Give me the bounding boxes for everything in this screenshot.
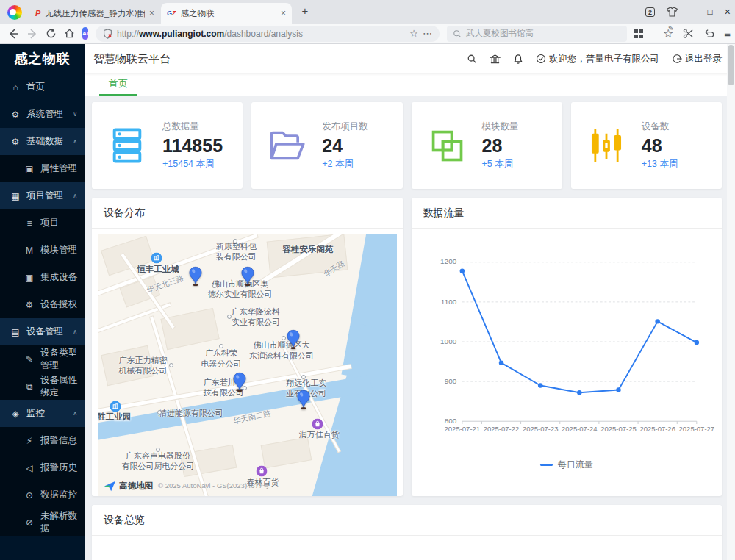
ai-assistant-icon[interactable]: AI [82,27,88,40]
menu-icon[interactable]: ≡ [724,27,731,40]
map-poi-dot [233,239,237,243]
map-poi-label: 恒丰工业城 [137,264,179,275]
map-pin[interactable] [233,372,247,392]
maximize-button[interactable]: □ [708,7,713,16]
sidebar-item-module-management[interactable]: M模块管理 [0,237,85,264]
tab-count-badge[interactable]: 2 [645,7,655,17]
map-poi-label: 佛山市顺德区大 东润涂料有限公司 [249,340,314,361]
sidebar-item-device-attribute-binding[interactable]: ⧉设备属性绑定 [0,373,85,400]
device-map[interactable]: 新康塑料包 装有限公司容桂安乐阁苑恒丰工业城佛山市顺德区奥 德尔实业有限公司广东… [98,234,397,496]
page-title: 智慧物联云平台 [93,52,171,66]
tab-close-icon[interactable]: × [281,8,286,18]
url-text[interactable]: http://www.puliangiot.com/dashboard/anal… [117,29,405,39]
address-bar[interactable]: http://www.puliangiot.com/dashboard/anal… [96,26,440,42]
new-tab-button[interactable]: + [296,3,314,21]
sidebar-item-device-type-management[interactable]: ✎设备类型管理 [0,345,85,373]
project-icon: ≡ [24,218,35,229]
browser-tab-ganzhi-iot[interactable]: GZ感之物联× [161,3,292,24]
chevron-up-icon: ∧ [73,329,77,335]
scrollbar-thumb[interactable] [728,45,734,85]
sidebar-item-unparsed-data[interactable]: ⊘未解析数据 [0,509,85,536]
browser-tab-sensor-page[interactable]: P无线压力传感器_静力水准仪_× [29,3,160,24]
toolbar-separator [653,29,653,39]
logout-button[interactable]: 退出登录 [672,53,722,65]
tab-home[interactable]: 首页 [99,73,137,96]
map-attribution-bar: 高德地图© 2025 AutoNavi - GS(2023)4677号 [104,481,270,492]
svg-text:2025-07-26: 2025-07-26 [639,425,675,433]
chevron-up-icon: ∧ [73,138,77,145]
organization-bank-icon[interactable] [490,54,501,65]
map-poi-label: 胜工业园 [98,411,131,422]
favorites-edit-icon[interactable]: ☆✎ [663,26,673,40]
chart-legend[interactable]: 每日流量 [417,452,717,477]
reload-button[interactable] [46,28,57,39]
minimize-button[interactable]: ─ [689,7,696,16]
back-button[interactable] [7,28,19,40]
map-pin[interactable] [297,390,311,410]
chevron-up-icon: ∧ [73,193,77,199]
sidebar: 感之物联 ⌂首页⚙系统管理∨⚙基础数据∧▣属性管理▦项目管理∧≡项目M模块管理▣… [0,44,85,560]
site-security-shield-icon[interactable] [103,29,112,39]
theme-shirt-icon[interactable] [667,7,678,17]
map-block [161,308,220,350]
welcome-text: 欢迎您，普量电子有限公司 [549,53,659,65]
sidebar-item-project[interactable]: ≡项目 [0,209,85,237]
map-poi-dot [219,344,223,348]
sidebar-item-data-monitoring[interactable]: ⊙数据监控 [0,481,85,509]
sidebar-item-device-authorization[interactable]: ⚙设备授权 [0,291,85,318]
more-url-actions-icon[interactable]: ⋯ [423,28,432,39]
apps-grid-icon[interactable] [634,29,643,38]
map-poi-dot [227,315,232,319]
tab-close-icon[interactable]: × [149,8,154,18]
device-overview-title: 设备总览 [92,505,722,536]
close-button[interactable]: × [725,7,731,17]
project-management-icon: ▦ [10,191,21,201]
stat-card-published-projects: 发布项目数24+2 本周 [251,102,402,189]
sidebar-item-attribute-management[interactable]: ▣属性管理 [0,155,85,182]
data-flow-panel: 数据流量 8009001000110012002025-07-212025-07… [412,198,723,496]
svg-text:1200: 1200 [440,257,457,265]
data-flow-title: 数据流量 [412,198,723,229]
sidebar-item-alarm-history[interactable]: ◁报警历史 [0,454,85,481]
map-poi-label: 广东正力精密 机械有限公司 [118,354,167,376]
screenshot-scissors-icon[interactable] [683,28,694,39]
sidebar-item-integrated-device[interactable]: ▣集成设备 [0,264,85,291]
home-button[interactable] [64,28,75,39]
sidebar-item-base-data[interactable]: ⚙基础数据∧ [0,128,85,155]
app-logo: 感之物联 [0,44,85,73]
page-tab-bar: 首页 [85,73,735,96]
sidebar-item-alarm-info[interactable]: ⚡报警信息 [0,427,85,454]
notifications-bell-icon[interactable] [513,54,523,65]
stat-value: 24 [322,135,368,157]
sidebar-item-project-management[interactable]: ▦项目管理∧ [0,182,85,209]
map-poi-label: 精进能源有限公司 [159,408,223,418]
sidebar-item-monitoring[interactable]: ◈监控∧ [0,400,85,427]
device-distribution-title: 设备分布 [92,198,403,229]
map-pin[interactable] [240,266,254,287]
user-welcome[interactable]: 欢迎您，普量电子有限公司 [536,53,659,65]
map-block [260,437,312,469]
sidebar-item-home[interactable]: ⌂首页 [0,73,85,101]
browser-chrome: P无线压力传感器_静力水准仪_×GZ感之物联× + 2 ─ □ × AI htt… [0,0,735,44]
svg-text:900: 900 [444,377,456,385]
stat-label: 总数据量 [162,121,223,133]
browser-search-box[interactable]: 武大夏校图书馆高 [447,26,627,42]
chevron-down-icon: ∨ [73,111,77,118]
svg-text:2025-07-27: 2025-07-27 [678,425,714,433]
undo-icon[interactable] [703,28,714,39]
browser-logo-icon[interactable] [7,5,22,20]
integrated-device-icon: ▣ [24,273,35,283]
bookmark-star-icon[interactable]: ☆ [409,28,418,39]
data-flow-chart: 8009001000110012002025-07-212025-07-2220… [417,231,717,452]
device-count-icon [587,126,625,165]
device-type-management-icon: ✎ [24,354,35,365]
svg-text:1100: 1100 [440,298,456,306]
page-scrollbar[interactable] [727,44,735,560]
map-pin[interactable] [188,266,202,287]
forward-button[interactable] [26,28,38,40]
sidebar-item-system-management[interactable]: ⚙系统管理∨ [0,101,85,128]
stat-delta: +13 本周 [642,158,678,170]
sidebar-item-device-management[interactable]: ▤设备管理∧ [0,318,85,345]
header-search-icon[interactable] [467,54,477,64]
map-pin[interactable] [287,329,301,350]
